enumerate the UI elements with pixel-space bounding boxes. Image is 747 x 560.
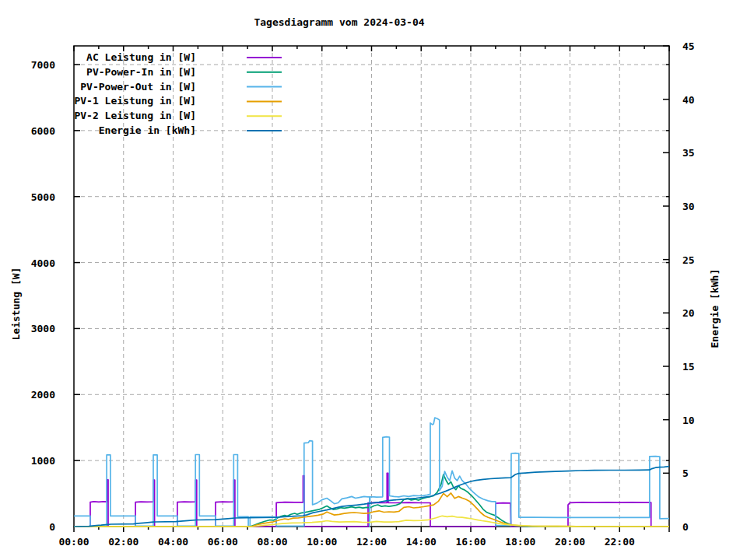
x-tick-label: 20:00 — [555, 536, 585, 548]
y-tick-label: 3000 — [31, 323, 55, 334]
legend-label: AC Leistung in [W] — [86, 51, 196, 63]
x-tick-label: 04:00 — [158, 536, 188, 548]
y-tick-label: 6000 — [31, 125, 55, 137]
x-tick-label: 16:00 — [455, 536, 486, 548]
legend-label: PV-Power-Out in [W] — [80, 81, 196, 93]
y-tick-label: 2000 — [31, 389, 55, 401]
y2-tick-label: 20 — [682, 307, 695, 319]
x-tick-label: 00:00 — [58, 536, 89, 548]
y2-tick-label: 10 — [682, 415, 695, 426]
y2-tick-label: 25 — [682, 254, 695, 266]
y-tick-label: 4000 — [31, 257, 55, 269]
legend-label: PV-Power-In in [W] — [86, 66, 196, 78]
x-tick-label: 14:00 — [406, 536, 437, 548]
y-tick-label: 7000 — [31, 59, 55, 71]
y2-tick-label: 0 — [682, 521, 689, 533]
x-tick-label: 08:00 — [257, 536, 287, 548]
y2-tick-label: 15 — [682, 361, 695, 373]
y2-tick-label: 45 — [682, 40, 695, 52]
y2-tick-label: 40 — [682, 94, 695, 106]
y2-tick-label: 35 — [682, 147, 695, 159]
y2-tick-label: 5 — [682, 467, 689, 479]
x-tick-label: 18:00 — [505, 536, 535, 548]
chart-figure: Tagesdiagramm vom 2024-03-04 Leistung [W… — [0, 0, 747, 560]
x-tick-label: 12:00 — [356, 536, 387, 548]
x-tick-label: 22:00 — [605, 536, 635, 548]
plot-area: 00:0002:0004:0006:0008:0010:0012:0014:00… — [0, 0, 747, 560]
y-tick-label: 1000 — [31, 455, 55, 467]
y2-tick-label: 30 — [682, 201, 695, 212]
legend-label: Energie in [kWh] — [99, 124, 196, 136]
legend-label: PV-2 Leistung in [W] — [74, 110, 196, 121]
x-tick-label: 02:00 — [108, 536, 139, 548]
legend-label: PV-1 Leistung in [W] — [74, 95, 196, 107]
x-tick-label: 06:00 — [208, 536, 238, 548]
y-tick-label: 0 — [49, 521, 55, 533]
x-tick-label: 10:00 — [307, 536, 337, 548]
y-tick-label: 5000 — [31, 191, 55, 203]
